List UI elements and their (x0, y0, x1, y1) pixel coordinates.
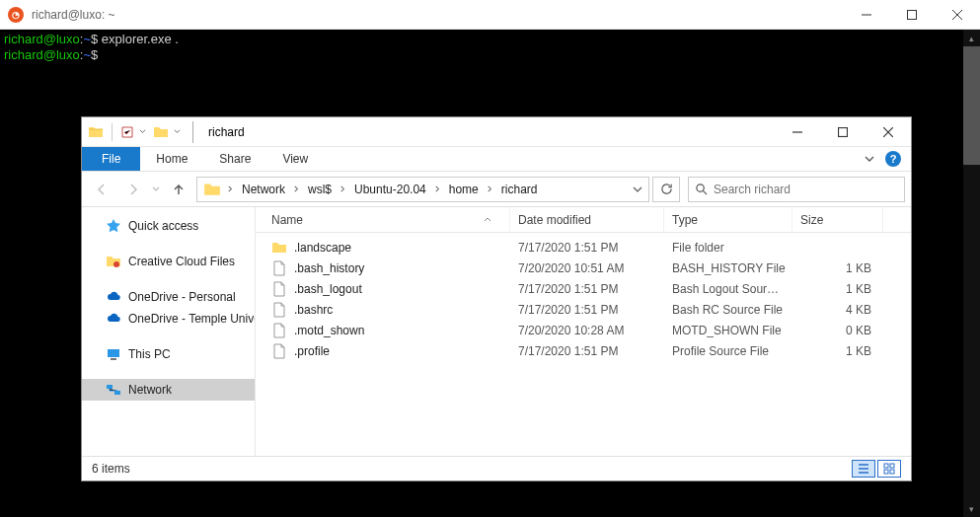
star-icon (106, 218, 121, 234)
ribbon-file-tab[interactable]: File (82, 147, 140, 171)
svg-rect-5 (111, 358, 116, 360)
folder-icon (88, 124, 104, 140)
terminal-title: richard@luxo: ~ (32, 8, 115, 22)
file-row[interactable]: .bash_history7/20/2020 10:51 AMBASH_HIST… (256, 258, 911, 278)
breadcrumb[interactable]: richard (495, 178, 544, 201)
column-headers: Name Date modified Type Size (256, 207, 911, 233)
file-size: 1 KB (792, 261, 883, 275)
term-user: richard@luxo (4, 32, 80, 46)
separator (112, 123, 113, 141)
chevron-right-icon[interactable] (227, 185, 234, 192)
ribbon-home-tab[interactable]: Home (140, 147, 203, 171)
file-row[interactable]: .motd_shown7/20/2020 10:28 AMMOTD_SHOWN … (256, 320, 911, 340)
ribbon-tabs: File Home Share View ? (82, 147, 911, 172)
breadcrumb[interactable]: home (443, 178, 485, 201)
explorer-minimize-button[interactable] (775, 117, 820, 147)
nav-onedrive-personal[interactable]: OneDrive - Personal (82, 286, 255, 308)
chevron-down-icon[interactable] (139, 128, 146, 135)
column-header-date[interactable]: Date modified (510, 207, 664, 232)
chevron-right-icon[interactable] (339, 185, 346, 192)
chevron-right-icon[interactable] (293, 185, 300, 192)
nav-label: Network (128, 383, 172, 397)
terminal-minimize-button[interactable] (844, 0, 889, 30)
breadcrumb[interactable]: Ubuntu-20.04 (348, 178, 432, 201)
scroll-down-icon[interactable]: ▾ (963, 500, 980, 517)
file-icon (271, 281, 287, 297)
terminal-close-button[interactable] (935, 0, 980, 30)
file-icon (271, 323, 287, 338)
quick-access-toolbar-icon[interactable] (120, 125, 134, 139)
file-type: Profile Source File (664, 344, 792, 358)
sort-asc-icon (484, 216, 491, 224)
column-header-type[interactable]: Type (664, 207, 792, 232)
address-bar[interactable]: Network wsl$ Ubuntu-20.04 home richard (196, 177, 649, 202)
file-rows: .landscape7/17/2020 1:51 PMFile folder.b… (256, 233, 911, 456)
svg-rect-8 (884, 464, 888, 468)
file-size: 1 KB (792, 344, 883, 358)
svg-rect-11 (890, 470, 894, 474)
nav-quick-access[interactable]: Quick access (82, 215, 255, 237)
breadcrumb[interactable]: Network (236, 178, 291, 201)
breadcrumb[interactable]: wsl$ (302, 178, 338, 201)
nav-back-button[interactable] (88, 176, 115, 203)
network-icon (106, 382, 121, 398)
search-box[interactable] (688, 177, 905, 202)
nav-forward-button[interactable] (119, 176, 147, 203)
folder-icon (271, 240, 287, 256)
expand-ribbon-icon[interactable] (864, 153, 875, 165)
file-icon (271, 260, 287, 276)
address-dropdown-button[interactable] (629, 185, 646, 194)
explorer-maximize-button[interactable] (820, 117, 866, 147)
svg-rect-0 (908, 11, 917, 20)
file-icon (271, 302, 287, 318)
column-header-name[interactable]: Name (267, 207, 510, 232)
scrollbar-thumb[interactable] (963, 46, 980, 165)
nav-network[interactable]: Network (82, 379, 255, 401)
svg-rect-6 (107, 385, 113, 389)
status-bar: 6 items (82, 456, 911, 480)
file-row[interactable]: .bash_logout7/17/2020 1:51 PMBash Logout… (256, 278, 911, 299)
file-size: 4 KB (792, 303, 883, 317)
explorer-titlebar[interactable]: richard (82, 117, 911, 147)
file-name: .profile (294, 344, 330, 358)
cloud-icon (106, 311, 121, 327)
file-row[interactable]: .landscape7/17/2020 1:51 PMFile folder (256, 237, 911, 258)
file-row[interactable]: .profile7/17/2020 1:51 PMProfile Source … (256, 340, 911, 361)
column-header-size[interactable]: Size (792, 207, 883, 232)
help-icon[interactable]: ? (885, 151, 901, 167)
ribbon-share-tab[interactable]: Share (203, 147, 266, 171)
details-view-button[interactable] (852, 460, 875, 478)
large-icons-view-button[interactable] (877, 460, 901, 478)
terminal-window-controls (844, 0, 980, 30)
file-name: .bash_logout (294, 282, 362, 296)
file-icon (271, 343, 287, 359)
explorer-close-button[interactable] (866, 117, 911, 147)
terminal-titlebar: ◔ richard@luxo: ~ (0, 0, 980, 30)
explorer-window: richard File Home Share View ? Network w… (81, 116, 912, 481)
chevron-down-icon[interactable] (174, 128, 181, 135)
ribbon-view-tab[interactable]: View (266, 147, 324, 171)
nav-label: Creative Cloud Files (128, 255, 235, 268)
folder-icon (203, 181, 221, 198)
file-size: 0 KB (792, 324, 883, 337)
refresh-button[interactable] (652, 177, 680, 202)
nav-this-pc[interactable]: This PC (82, 343, 255, 365)
chevron-right-icon[interactable] (434, 185, 441, 192)
file-row[interactable]: .bashrc7/17/2020 1:51 PMBash RC Source F… (256, 299, 911, 320)
chevron-right-icon[interactable] (487, 185, 493, 192)
folder-icon[interactable] (153, 124, 169, 140)
nav-up-button[interactable] (165, 176, 192, 203)
nav-label: This PC (128, 347, 171, 361)
term-user: richard@luxo (4, 47, 80, 62)
nav-onedrive-temple[interactable]: OneDrive - Temple University (82, 308, 255, 330)
terminal-maximize-button[interactable] (889, 0, 935, 30)
nav-creative-cloud[interactable]: Creative Cloud Files (82, 251, 255, 272)
ubuntu-icon: ◔ (8, 7, 24, 23)
svg-rect-4 (108, 349, 119, 357)
nav-recent-button[interactable] (151, 185, 161, 193)
file-type: Bash RC Source File (664, 303, 792, 317)
terminal-scrollbar[interactable]: ▴ ▾ (963, 30, 980, 517)
scroll-up-icon[interactable]: ▴ (963, 30, 980, 46)
svg-point-3 (113, 261, 119, 267)
search-input[interactable] (714, 183, 898, 196)
